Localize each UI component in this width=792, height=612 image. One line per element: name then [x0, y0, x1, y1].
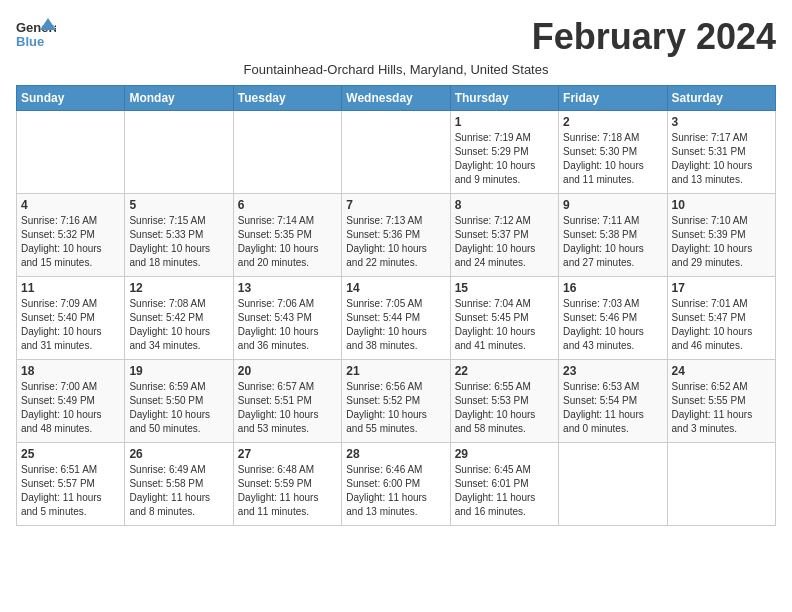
- cell-day-number: 21: [346, 364, 445, 378]
- cell-day-number: 10: [672, 198, 771, 212]
- cell-day-number: 3: [672, 115, 771, 129]
- calendar-cell: 14Sunrise: 7:05 AM Sunset: 5:44 PM Dayli…: [342, 277, 450, 360]
- calendar-cell: 25Sunrise: 6:51 AM Sunset: 5:57 PM Dayli…: [17, 443, 125, 526]
- cell-day-number: 29: [455, 447, 554, 461]
- cell-day-number: 24: [672, 364, 771, 378]
- weekday-header-sunday: Sunday: [17, 86, 125, 111]
- calendar-cell: 27Sunrise: 6:48 AM Sunset: 5:59 PM Dayli…: [233, 443, 341, 526]
- cell-content: Sunrise: 7:10 AM Sunset: 5:39 PM Dayligh…: [672, 214, 771, 270]
- calendar-cell: 26Sunrise: 6:49 AM Sunset: 5:58 PM Dayli…: [125, 443, 233, 526]
- calendar-cell: [125, 111, 233, 194]
- calendar-cell: 6Sunrise: 7:14 AM Sunset: 5:35 PM Daylig…: [233, 194, 341, 277]
- calendar-cell: 19Sunrise: 6:59 AM Sunset: 5:50 PM Dayli…: [125, 360, 233, 443]
- cell-day-number: 11: [21, 281, 120, 295]
- weekday-header-tuesday: Tuesday: [233, 86, 341, 111]
- cell-content: Sunrise: 6:46 AM Sunset: 6:00 PM Dayligh…: [346, 463, 445, 519]
- weekday-header-friday: Friday: [559, 86, 667, 111]
- cell-content: Sunrise: 6:59 AM Sunset: 5:50 PM Dayligh…: [129, 380, 228, 436]
- weekday-header-saturday: Saturday: [667, 86, 775, 111]
- calendar-cell: [342, 111, 450, 194]
- cell-content: Sunrise: 6:53 AM Sunset: 5:54 PM Dayligh…: [563, 380, 662, 436]
- cell-day-number: 4: [21, 198, 120, 212]
- logo-icon: General Blue: [16, 16, 56, 52]
- calendar-cell: 29Sunrise: 6:45 AM Sunset: 6:01 PM Dayli…: [450, 443, 558, 526]
- cell-content: Sunrise: 7:16 AM Sunset: 5:32 PM Dayligh…: [21, 214, 120, 270]
- weekday-header-wednesday: Wednesday: [342, 86, 450, 111]
- cell-content: Sunrise: 7:12 AM Sunset: 5:37 PM Dayligh…: [455, 214, 554, 270]
- cell-day-number: 7: [346, 198, 445, 212]
- calendar-cell: 21Sunrise: 6:56 AM Sunset: 5:52 PM Dayli…: [342, 360, 450, 443]
- calendar-cell: [559, 443, 667, 526]
- cell-day-number: 8: [455, 198, 554, 212]
- calendar-cell: 15Sunrise: 7:04 AM Sunset: 5:45 PM Dayli…: [450, 277, 558, 360]
- cell-day-number: 16: [563, 281, 662, 295]
- calendar-table: SundayMondayTuesdayWednesdayThursdayFrid…: [16, 85, 776, 526]
- cell-content: Sunrise: 6:51 AM Sunset: 5:57 PM Dayligh…: [21, 463, 120, 519]
- cell-content: Sunrise: 6:57 AM Sunset: 5:51 PM Dayligh…: [238, 380, 337, 436]
- cell-day-number: 22: [455, 364, 554, 378]
- cell-day-number: 27: [238, 447, 337, 461]
- cell-day-number: 2: [563, 115, 662, 129]
- calendar-cell: 9Sunrise: 7:11 AM Sunset: 5:38 PM Daylig…: [559, 194, 667, 277]
- weekday-header-monday: Monday: [125, 86, 233, 111]
- cell-content: Sunrise: 7:19 AM Sunset: 5:29 PM Dayligh…: [455, 131, 554, 187]
- cell-day-number: 15: [455, 281, 554, 295]
- cell-content: Sunrise: 7:04 AM Sunset: 5:45 PM Dayligh…: [455, 297, 554, 353]
- cell-content: Sunrise: 7:11 AM Sunset: 5:38 PM Dayligh…: [563, 214, 662, 270]
- cell-day-number: 28: [346, 447, 445, 461]
- cell-content: Sunrise: 7:00 AM Sunset: 5:49 PM Dayligh…: [21, 380, 120, 436]
- cell-day-number: 1: [455, 115, 554, 129]
- svg-text:Blue: Blue: [16, 34, 44, 49]
- cell-content: Sunrise: 7:01 AM Sunset: 5:47 PM Dayligh…: [672, 297, 771, 353]
- cell-content: Sunrise: 7:05 AM Sunset: 5:44 PM Dayligh…: [346, 297, 445, 353]
- cell-day-number: 25: [21, 447, 120, 461]
- calendar-body: 1Sunrise: 7:19 AM Sunset: 5:29 PM Daylig…: [17, 111, 776, 526]
- cell-day-number: 14: [346, 281, 445, 295]
- cell-content: Sunrise: 6:55 AM Sunset: 5:53 PM Dayligh…: [455, 380, 554, 436]
- calendar-cell: 7Sunrise: 7:13 AM Sunset: 5:36 PM Daylig…: [342, 194, 450, 277]
- calendar-week-row: 11Sunrise: 7:09 AM Sunset: 5:40 PM Dayli…: [17, 277, 776, 360]
- calendar-cell: [17, 111, 125, 194]
- weekday-header-thursday: Thursday: [450, 86, 558, 111]
- cell-day-number: 6: [238, 198, 337, 212]
- calendar-cell: 3Sunrise: 7:17 AM Sunset: 5:31 PM Daylig…: [667, 111, 775, 194]
- calendar-cell: 11Sunrise: 7:09 AM Sunset: 5:40 PM Dayli…: [17, 277, 125, 360]
- cell-content: Sunrise: 6:56 AM Sunset: 5:52 PM Dayligh…: [346, 380, 445, 436]
- cell-content: Sunrise: 7:08 AM Sunset: 5:42 PM Dayligh…: [129, 297, 228, 353]
- cell-day-number: 23: [563, 364, 662, 378]
- logo: General Blue: [16, 16, 56, 52]
- weekday-header-row: SundayMondayTuesdayWednesdayThursdayFrid…: [17, 86, 776, 111]
- calendar-cell: 23Sunrise: 6:53 AM Sunset: 5:54 PM Dayli…: [559, 360, 667, 443]
- cell-content: Sunrise: 6:49 AM Sunset: 5:58 PM Dayligh…: [129, 463, 228, 519]
- cell-content: Sunrise: 6:48 AM Sunset: 5:59 PM Dayligh…: [238, 463, 337, 519]
- calendar-cell: 8Sunrise: 7:12 AM Sunset: 5:37 PM Daylig…: [450, 194, 558, 277]
- cell-content: Sunrise: 7:03 AM Sunset: 5:46 PM Dayligh…: [563, 297, 662, 353]
- cell-day-number: 19: [129, 364, 228, 378]
- cell-day-number: 17: [672, 281, 771, 295]
- cell-content: Sunrise: 7:18 AM Sunset: 5:30 PM Dayligh…: [563, 131, 662, 187]
- cell-day-number: 18: [21, 364, 120, 378]
- cell-content: Sunrise: 7:14 AM Sunset: 5:35 PM Dayligh…: [238, 214, 337, 270]
- calendar-cell: 28Sunrise: 6:46 AM Sunset: 6:00 PM Dayli…: [342, 443, 450, 526]
- cell-day-number: 12: [129, 281, 228, 295]
- calendar-cell: 16Sunrise: 7:03 AM Sunset: 5:46 PM Dayli…: [559, 277, 667, 360]
- calendar-week-row: 25Sunrise: 6:51 AM Sunset: 5:57 PM Dayli…: [17, 443, 776, 526]
- calendar-cell: 13Sunrise: 7:06 AM Sunset: 5:43 PM Dayli…: [233, 277, 341, 360]
- calendar-cell: 10Sunrise: 7:10 AM Sunset: 5:39 PM Dayli…: [667, 194, 775, 277]
- calendar-cell: 5Sunrise: 7:15 AM Sunset: 5:33 PM Daylig…: [125, 194, 233, 277]
- calendar-cell: 20Sunrise: 6:57 AM Sunset: 5:51 PM Dayli…: [233, 360, 341, 443]
- calendar-cell: [667, 443, 775, 526]
- page-header: General Blue February 2024: [16, 16, 776, 58]
- cell-content: Sunrise: 7:13 AM Sunset: 5:36 PM Dayligh…: [346, 214, 445, 270]
- cell-day-number: 20: [238, 364, 337, 378]
- calendar-cell: 17Sunrise: 7:01 AM Sunset: 5:47 PM Dayli…: [667, 277, 775, 360]
- calendar-cell: 18Sunrise: 7:00 AM Sunset: 5:49 PM Dayli…: [17, 360, 125, 443]
- calendar-cell: 2Sunrise: 7:18 AM Sunset: 5:30 PM Daylig…: [559, 111, 667, 194]
- cell-content: Sunrise: 6:52 AM Sunset: 5:55 PM Dayligh…: [672, 380, 771, 436]
- cell-content: Sunrise: 7:06 AM Sunset: 5:43 PM Dayligh…: [238, 297, 337, 353]
- cell-content: Sunrise: 7:09 AM Sunset: 5:40 PM Dayligh…: [21, 297, 120, 353]
- calendar-cell: 22Sunrise: 6:55 AM Sunset: 5:53 PM Dayli…: [450, 360, 558, 443]
- calendar-cell: 12Sunrise: 7:08 AM Sunset: 5:42 PM Dayli…: [125, 277, 233, 360]
- cell-day-number: 9: [563, 198, 662, 212]
- calendar-week-row: 4Sunrise: 7:16 AM Sunset: 5:32 PM Daylig…: [17, 194, 776, 277]
